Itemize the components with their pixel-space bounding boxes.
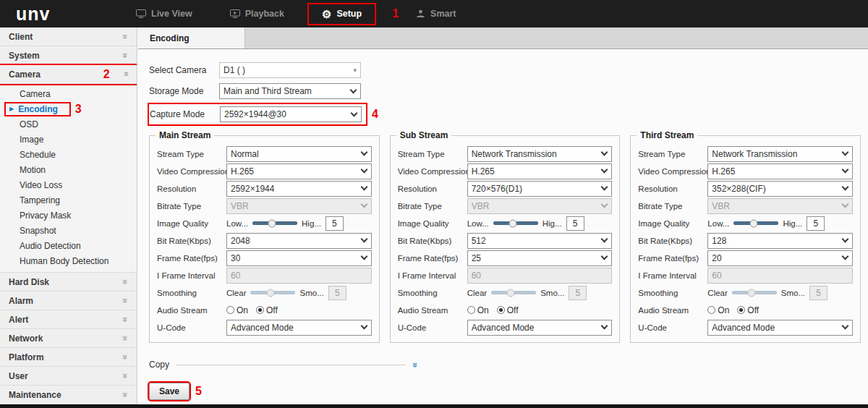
chevron-collapsed-icon: »	[121, 373, 130, 378]
audio-off-radio[interactable]	[497, 306, 505, 314]
sidebar-item-human-body-detection[interactable]: Human Body Detection	[0, 253, 137, 268]
main-stream-panel: Main Stream Stream Type Normal Video Com…	[149, 135, 380, 343]
sidebar-item-image[interactable]: Image	[0, 132, 137, 147]
sidebar-item-user[interactable]: User »	[0, 367, 137, 386]
sidebar-item-osd[interactable]: OSD	[0, 116, 137, 132]
sidebar-item-hard-disk[interactable]: Hard Disk »	[0, 273, 137, 292]
sidebar-item-camera-sub[interactable]: Camera	[0, 86, 137, 101]
sidebar-item-platform[interactable]: Platform »	[0, 348, 137, 367]
sidebar-item-network[interactable]: Network »	[0, 329, 137, 348]
sidebar-item-tampering[interactable]: Tampering	[0, 192, 137, 208]
sidebar-item-schedule[interactable]: Schedule	[0, 147, 137, 162]
u-code-select[interactable]: Advanced Mode	[467, 320, 613, 336]
chevron-down-icon	[601, 149, 608, 156]
image-quality-slider[interactable]	[252, 221, 297, 225]
tab-strip: Encoding	[138, 27, 868, 49]
field-label: Frame Rate(fps)	[638, 254, 707, 263]
nav-live-view-label: Live View	[151, 9, 192, 19]
sidebar-item-alert[interactable]: Alert »	[0, 310, 137, 329]
chevron-down-icon	[360, 166, 367, 174]
slider-thumb[interactable]	[509, 219, 517, 227]
slider-high-label: Hig...	[783, 219, 802, 228]
slider-low-label: Low...	[226, 219, 248, 228]
nav-setup[interactable]: ⚙ Setup	[309, 4, 375, 24]
bit-rate-select[interactable]: 128	[707, 233, 853, 249]
chevron-down-icon	[601, 184, 608, 191]
audio-off-label[interactable]: Off	[266, 305, 278, 315]
sidebar-item-privacy-mask[interactable]: Privacy Mask	[0, 208, 137, 223]
image-quality-value[interactable]: 5	[326, 216, 344, 231]
storage-mode-dropdown[interactable]: Main and Third Stream	[219, 83, 361, 99]
sub-stream-panel: Sub Stream Stream Type Network Transmiss…	[390, 135, 621, 343]
resolution-select[interactable]: 720×576(D1)	[467, 181, 613, 197]
nav-live-view[interactable]: Live View	[123, 4, 205, 24]
nav-smart[interactable]: Smart	[403, 4, 469, 24]
slider-thumb[interactable]	[268, 219, 276, 227]
audio-off-label[interactable]: Off	[507, 305, 519, 315]
u-code-select[interactable]: Advanced Mode	[707, 320, 853, 336]
copy-expand-icon[interactable]: »	[411, 362, 420, 367]
field-label: U-Code	[398, 323, 467, 332]
caret-right-icon: ▶	[9, 106, 14, 112]
slider-thumb	[266, 289, 274, 297]
audio-off-radio[interactable]	[737, 306, 745, 314]
sidebar-item-alarm[interactable]: Alarm »	[0, 292, 137, 310]
sidebar-item-maintenance[interactable]: Maintenance »	[0, 386, 137, 404]
sidebar-item-snapshot[interactable]: Snapshot	[0, 223, 137, 238]
panel-title: Third Stream	[637, 130, 697, 140]
resolution-select[interactable]: 2592×1944	[226, 181, 372, 197]
image-quality-slider[interactable]	[733, 221, 778, 225]
sidebar-item-encoding[interactable]: ▶ Encoding 3	[0, 101, 137, 116]
sidebar-item-video-loss[interactable]: Video Loss	[0, 177, 137, 192]
save-section: Save 5	[149, 383, 861, 400]
image-quality-value[interactable]: 5	[807, 216, 825, 231]
audio-on-radio[interactable]	[467, 306, 475, 314]
audio-on-label[interactable]: On	[718, 305, 729, 315]
video-compression-select[interactable]: H.265	[707, 163, 853, 179]
chevron-down-icon	[360, 201, 367, 208]
chevron-down-icon	[842, 166, 849, 174]
select-camera-dropdown[interactable]: D1 ( ) ▾	[219, 62, 361, 78]
slider-thumb[interactable]	[749, 219, 757, 227]
video-compression-select[interactable]: H.265	[467, 163, 613, 179]
field-label: Image Quality	[157, 219, 226, 228]
third-stream-panel: Third Stream Stream Type Network Transmi…	[630, 135, 861, 343]
chevron-collapsed-icon: »	[121, 392, 130, 397]
video-compression-select[interactable]: H.265	[226, 163, 372, 179]
tab-encoding[interactable]: Encoding	[138, 27, 245, 48]
image-quality-slider[interactable]	[493, 221, 538, 225]
copy-section: Copy »	[149, 360, 418, 370]
resolution-select[interactable]: 352×288(CIF)	[707, 181, 853, 197]
audio-on-radio[interactable]	[707, 306, 715, 314]
bit-rate-select[interactable]: 512	[467, 233, 613, 249]
frame-rate-select[interactable]: 25	[467, 250, 613, 266]
u-code-select[interactable]: Advanced Mode	[226, 320, 372, 336]
panel-title: Sub Stream	[396, 130, 452, 140]
frame-rate-select[interactable]: 20	[707, 250, 853, 266]
camera-submenu: Camera ▶ Encoding 3 OSD Image Schedule M…	[0, 84, 137, 273]
sidebar-item-motion[interactable]: Motion	[0, 162, 137, 177]
chevron-collapsed-icon: »	[121, 53, 130, 58]
sidebar-item-camera[interactable]: Camera 2 »	[0, 65, 137, 84]
audio-off-label[interactable]: Off	[747, 305, 759, 315]
field-label: Resolution	[157, 184, 226, 193]
stream-type-select[interactable]: Network Transmission	[467, 146, 613, 162]
audio-on-radio[interactable]	[226, 306, 234, 314]
chevron-collapsed-icon: »	[121, 298, 130, 303]
sidebar-item-audio-detection[interactable]: Audio Detection	[0, 238, 137, 253]
bit-rate-select[interactable]: 2048	[226, 233, 372, 249]
audio-off-radio[interactable]	[256, 306, 264, 314]
capture-mode-dropdown[interactable]: 2592×1944@30	[220, 106, 362, 122]
save-button[interactable]: Save	[149, 383, 190, 400]
sidebar-item-client[interactable]: Client »	[0, 27, 137, 46]
sidebar-item-system[interactable]: System »	[0, 46, 137, 65]
stream-type-select[interactable]: Network Transmission	[707, 146, 853, 162]
audio-on-label[interactable]: On	[237, 305, 248, 315]
audio-on-label[interactable]: On	[477, 305, 489, 315]
nav-playback[interactable]: Playback	[217, 4, 297, 24]
chevron-collapsed-icon: »	[121, 336, 130, 341]
stream-type-select[interactable]: Normal	[226, 146, 372, 162]
frame-rate-select[interactable]: 30	[226, 250, 372, 266]
image-quality-value[interactable]: 5	[566, 216, 584, 231]
sidebar-item-label: Camera	[9, 69, 41, 80]
